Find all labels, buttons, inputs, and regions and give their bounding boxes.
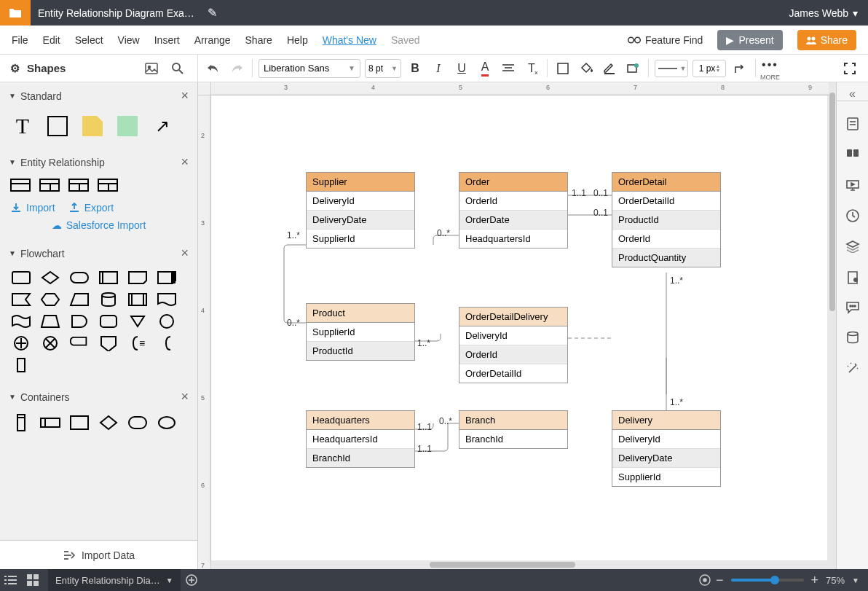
containers-section-header[interactable]: ▼Containers × [0, 383, 197, 410]
entity-row[interactable]: ProductQuantity [612, 248, 720, 267]
entity-row[interactable]: BranchId [307, 449, 414, 467]
container-shape[interactable] [10, 415, 32, 431]
entity-row[interactable]: DeliveryDate [307, 211, 414, 230]
flowchart-shape[interactable] [39, 335, 61, 351]
bold-icon[interactable]: B [406, 59, 425, 78]
pencil-icon[interactable]: ✎ [208, 6, 217, 20]
flowchart-shape[interactable] [156, 270, 178, 286]
er-entity-2col-shape[interactable] [39, 179, 60, 192]
flowchart-shape[interactable] [156, 291, 178, 308]
flowchart-shape[interactable] [68, 270, 90, 286]
comment-icon[interactable] [845, 146, 861, 163]
entity-row[interactable]: OrderDetailId [459, 364, 567, 383]
menu-whatsnew[interactable]: What's New [323, 34, 376, 46]
flowchart-shape[interactable] [10, 291, 32, 308]
stroke-style-select[interactable]: ▼ [655, 60, 688, 77]
standard-section-header[interactable]: ▼Standard × [0, 82, 197, 109]
undo-icon[interactable] [204, 59, 223, 78]
underline-icon[interactable]: U [452, 59, 471, 78]
entity-row[interactable]: ProductId [307, 342, 414, 360]
import-link[interactable]: Import [10, 202, 55, 214]
entity-row[interactable]: OrderId [612, 230, 720, 248]
shape-outline-icon[interactable] [553, 59, 572, 78]
entity-headquarters[interactable]: Headquarters HeadquartersId BranchId [306, 410, 415, 468]
database-icon[interactable] [845, 330, 861, 346]
flowchart-shape[interactable] [10, 313, 32, 329]
stroke-width-select[interactable]: 1 px▴▾ [693, 60, 726, 77]
arrow-shape[interactable]: ↗ [150, 114, 175, 138]
search-icon[interactable] [168, 59, 187, 78]
entity-row[interactable]: ProductId [612, 211, 720, 230]
flowchart-shape[interactable] [156, 313, 178, 329]
grid-icon[interactable] [22, 569, 44, 591]
export-link[interactable]: Export [68, 202, 114, 214]
user-menu[interactable]: James Webb▾ [789, 7, 858, 19]
er-section-header[interactable]: ▼Entity Relationship × [0, 149, 197, 176]
presentation-icon[interactable] [845, 177, 861, 193]
entity-row[interactable]: HeadquartersId [459, 230, 567, 248]
container-shape[interactable] [39, 415, 61, 431]
share-button[interactable]: Share [797, 30, 856, 50]
er-entity-4col-shape[interactable] [98, 179, 118, 192]
border-color-icon[interactable] [600, 59, 619, 78]
fill-icon[interactable] [577, 59, 596, 78]
flowchart-shape[interactable] [68, 313, 90, 329]
menu-share[interactable]: Share [245, 34, 272, 46]
menu-view[interactable]: View [118, 34, 140, 46]
er-entity-3col-shape[interactable] [68, 179, 89, 192]
import-data-button[interactable]: Import Data [0, 540, 197, 569]
entity-row[interactable]: DeliveryId [612, 430, 720, 449]
container-shape[interactable] [68, 415, 90, 431]
shape-style-icon[interactable] [623, 59, 642, 78]
flowchart-shape[interactable] [127, 313, 149, 329]
menu-help[interactable]: Help [287, 34, 308, 46]
entity-product[interactable]: Product SupplierId ProductId [306, 303, 415, 361]
entity-row[interactable]: HeadquartersId [307, 430, 414, 449]
folder-icon[interactable] [0, 0, 31, 26]
feature-find[interactable]: Feature Find [628, 34, 703, 46]
line-route-icon[interactable] [730, 59, 749, 78]
zoom-slider[interactable] [731, 579, 804, 582]
size-select[interactable]: 8 pt▼ [365, 59, 401, 78]
container-shape[interactable] [127, 415, 149, 431]
flowchart-shape[interactable] [98, 291, 119, 308]
layers-icon[interactable] [845, 238, 861, 254]
rect-shape[interactable] [45, 114, 70, 138]
present-button[interactable]: ▶ Present [717, 30, 782, 50]
flowchart-shape[interactable] [10, 335, 32, 351]
close-icon[interactable]: × [181, 389, 189, 404]
flowchart-shape[interactable] [127, 270, 149, 286]
entity-row[interactable]: SupplierId [307, 323, 414, 342]
zoom-in-icon[interactable]: + [811, 573, 819, 588]
flowchart-shape[interactable] [39, 270, 61, 286]
align-icon[interactable] [499, 59, 518, 78]
flowchart-shape[interactable] [10, 357, 32, 373]
entity-row[interactable]: DeliveryId [459, 326, 567, 345]
horizontal-scrollbar[interactable] [211, 560, 836, 569]
entity-row[interactable]: OrderDetailId [612, 192, 720, 211]
salesforce-import-link[interactable]: ☁ Salesforce Import [52, 219, 146, 231]
flowchart-shape[interactable] [98, 270, 119, 286]
note-shape[interactable] [80, 114, 105, 138]
flowchart-shape[interactable] [10, 270, 32, 286]
canvas-paper[interactable]: Supplier DeliveryId DeliveryDate Supplie… [211, 95, 830, 562]
gear-icon[interactable]: ⚙ [10, 62, 20, 75]
flowchart-shape[interactable] [39, 291, 61, 308]
document-title[interactable]: Entity Relationship Diagram Exa… [38, 7, 194, 19]
entity-row[interactable]: OrderId [459, 192, 567, 211]
zoom-label[interactable]: 75% [826, 575, 845, 586]
close-icon[interactable]: × [181, 154, 189, 170]
entity-delivery[interactable]: Delivery DeliveryId DeliveryDate Supplie… [612, 410, 721, 487]
notes-icon[interactable] [845, 116, 861, 132]
entity-orderdetaildelivery[interactable]: OrderDetailDelivery DeliveryId OrderId O… [459, 307, 568, 383]
close-icon[interactable]: × [181, 88, 189, 103]
entity-row[interactable]: DeliveryDate [612, 449, 720, 468]
entity-row[interactable]: DeliveryId [307, 192, 414, 211]
text-shape[interactable]: T [10, 114, 35, 138]
fullscreen-icon[interactable] [840, 59, 859, 78]
more-icon[interactable]: ••• [761, 55, 780, 74]
block-shape[interactable] [115, 114, 140, 138]
flowchart-shape[interactable] [98, 313, 119, 329]
history-icon[interactable] [845, 208, 861, 224]
data-icon[interactable] [845, 269, 861, 285]
